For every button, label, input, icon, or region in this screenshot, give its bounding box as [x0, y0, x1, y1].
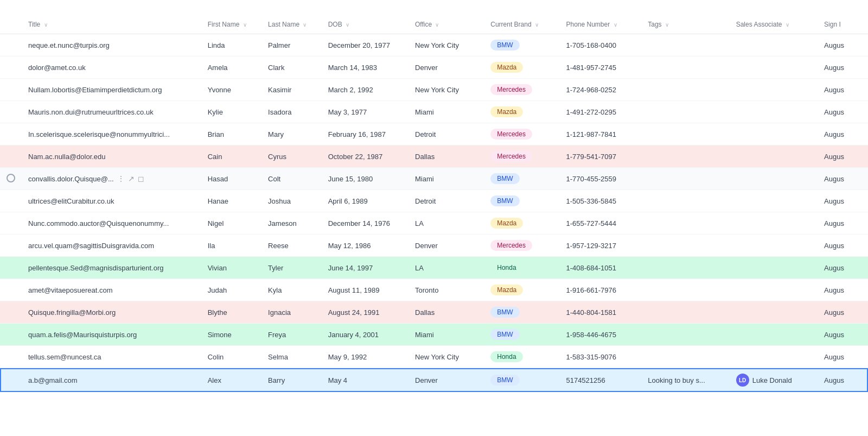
row-select-cell [0, 212, 22, 235]
sort-arrow-dob: ∨ [346, 22, 349, 28]
brand-badge: Mazda [490, 285, 523, 295]
table-row[interactable]: convallis.dolor.Quisque@...⋮↗◻HasadColtJ… [0, 168, 868, 190]
row-title: In.scelerisque.scelerisque@nonummyultric… [22, 123, 201, 146]
row-last-name: Cyrus [261, 146, 322, 168]
row-dob: February 16, 1987 [322, 123, 409, 146]
row-last-name: Joshua [261, 190, 322, 212]
row-first-name: Amela [201, 56, 261, 79]
row-brand: BMW [484, 368, 559, 393]
row-last-name: Jameson [261, 212, 322, 235]
row-phone: 1-440-804-1581 [559, 301, 641, 324]
row-last-name: Palmer [261, 34, 322, 56]
row-dob: October 22, 1987 [322, 146, 409, 168]
row-sales-associate [730, 212, 818, 235]
table-row[interactable]: arcu.vel.quam@sagittisDuisgravida.comIla… [0, 235, 868, 257]
row-select-cell [0, 56, 22, 79]
row-brand: Mercedes [484, 79, 559, 101]
row-select-cell [0, 146, 22, 168]
col-header-title[interactable]: Title ∨ [22, 15, 201, 34]
row-tags [641, 34, 729, 56]
row-title: Nunc.commodo.auctor@Quisquenonummy... [22, 212, 201, 235]
brand-badge: Mercedes [490, 129, 532, 140]
table-row[interactable]: neque.et.nunc@turpis.orgLindaPalmerDecem… [0, 34, 868, 56]
row-phone: 1-481-957-2745 [559, 56, 641, 79]
col-header-sales-associate[interactable]: Sales Associate ∨ [730, 15, 818, 34]
row-first-name: Cain [201, 146, 261, 168]
table-row[interactable]: a.b@gmail.comAlexBarryMay 4DenverBMW5174… [0, 368, 868, 393]
row-tags [641, 79, 729, 101]
sort-arrow-title: ∨ [44, 22, 48, 28]
col-header-last-name[interactable]: Last Name ∨ [261, 15, 322, 34]
comment-icon[interactable]: ◻ [138, 174, 144, 183]
col-header-current-brand[interactable]: Current Brand ∨ [484, 15, 559, 34]
row-phone: 1-491-272-0295 [559, 101, 641, 123]
share-icon[interactable]: ↗ [128, 174, 135, 183]
checkbox-col-header [0, 15, 22, 34]
table-row[interactable]: ultrices@elitCurabitur.co.ukHanaeJoshuaA… [0, 190, 868, 212]
col-header-tags[interactable]: Tags ∨ [641, 15, 729, 34]
customers-table-container: Title ∨ First Name ∨ Last Name ∨ DOB ∨ O… [0, 15, 868, 392]
row-dob: January 4, 2001 [322, 324, 409, 346]
table-row[interactable]: tellus.sem@nuncest.caColinSelmaMay 9, 19… [0, 346, 868, 368]
table-row[interactable]: dolor@amet.co.ukAmelaClarkMarch 14, 1983… [0, 56, 868, 79]
brand-badge: BMW [490, 40, 519, 50]
sales-associate-wrap: LDLuke Donald [736, 374, 811, 387]
row-tags [641, 324, 729, 346]
col-header-phone[interactable]: Phone Number ∨ [559, 15, 641, 34]
table-row[interactable]: amet@vitaeposuereat.comJudahKylaAugust 1… [0, 279, 868, 301]
row-sign: Augus [818, 190, 868, 212]
row-select-cell [0, 123, 22, 146]
row-dob: April 6, 1989 [322, 190, 409, 212]
row-sign: Augus [818, 56, 868, 79]
row-dob: May 4 [322, 368, 409, 393]
brand-badge: BMW [490, 329, 519, 340]
row-sign: Augus [818, 123, 868, 146]
col-header-first-name[interactable]: First Name ∨ [201, 15, 261, 34]
table-row[interactable]: In.scelerisque.scelerisque@nonummyultric… [0, 123, 868, 146]
brand-badge: Mercedes [490, 151, 532, 162]
row-first-name: Alex [201, 368, 261, 393]
row-last-name: Selma [261, 346, 322, 368]
row-first-name: Nigel [201, 212, 261, 235]
table-row[interactable]: Nullam.lobortis@Etiamimperdietdictum.org… [0, 79, 868, 101]
row-phone: 1-408-684-1051 [559, 257, 641, 279]
row-first-name: Ila [201, 235, 261, 257]
table-row[interactable]: Nam.ac.nulla@dolor.eduCainCyrusOctober 2… [0, 146, 868, 168]
table-row[interactable]: Mauris.non.dui@rutrumeuurltrices.co.ukKy… [0, 101, 868, 123]
row-last-name: Freya [261, 324, 322, 346]
row-brand: Mazda [484, 56, 559, 79]
row-dob: August 24, 1991 [322, 301, 409, 324]
row-title: convallis.dolor.Quisque@...⋮↗◻ [22, 168, 201, 190]
row-phone: 1-916-661-7976 [559, 279, 641, 301]
sort-arrow-first: ∨ [243, 22, 247, 28]
row-brand: BMW [484, 190, 559, 212]
table-row[interactable]: Nunc.commodo.auctor@Quisquenonummy...Nig… [0, 212, 868, 235]
row-title: pellentesque.Sed@magnisdisparturient.org [22, 257, 201, 279]
col-header-office[interactable]: Office ∨ [409, 15, 484, 34]
row-sign: Augus [818, 279, 868, 301]
row-office: Denver [409, 235, 484, 257]
radio-select[interactable] [7, 174, 15, 182]
table-row[interactable]: pellentesque.Sed@magnisdisparturient.org… [0, 257, 868, 279]
row-sales-associate [730, 123, 818, 146]
row-brand: Honda [484, 257, 559, 279]
row-sign: Augus [818, 324, 868, 346]
row-title: amet@vitaeposuereat.com [22, 279, 201, 301]
row-office: Detroit [409, 123, 484, 146]
brand-badge: Honda [490, 262, 522, 273]
brand-badge: Mazda [490, 62, 523, 73]
row-sales-associate [730, 257, 818, 279]
col-header-dob[interactable]: DOB ∨ [322, 15, 409, 34]
row-select-cell [0, 79, 22, 101]
row-last-name: Mary [261, 123, 322, 146]
row-sign: Augus [818, 101, 868, 123]
table-row[interactable]: quam.a.felis@Maurisquisturpis.orgSimoneF… [0, 324, 868, 346]
table-row[interactable]: Quisque.fringilla@Morbi.orgBlytheIgnacia… [0, 301, 868, 324]
row-tags [641, 257, 729, 279]
row-tags [641, 235, 729, 257]
row-last-name: Colt [261, 168, 322, 190]
row-tags [641, 123, 729, 146]
brand-badge: Mazda [490, 218, 523, 229]
row-sign: Augus [818, 346, 868, 368]
more-icon[interactable]: ⋮ [117, 174, 125, 183]
